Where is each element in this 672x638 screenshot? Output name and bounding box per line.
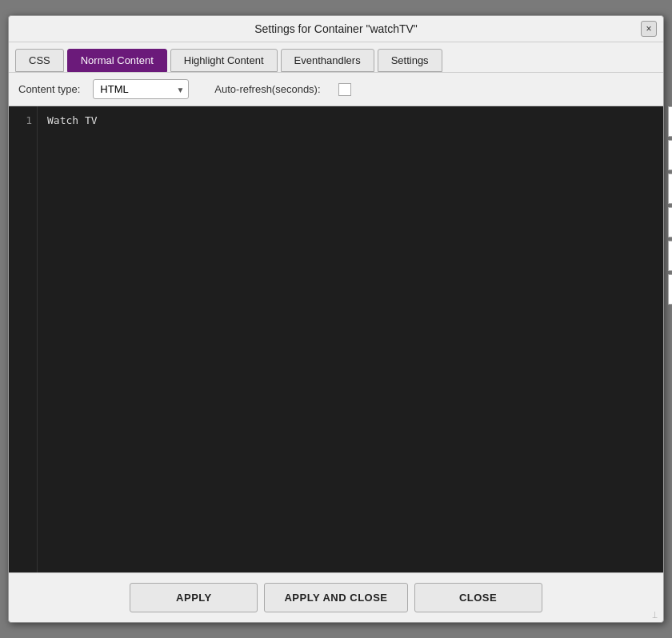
toolbar: Content type: HTML Text JavaScript ▼ Aut…: [9, 73, 663, 106]
flag-sidebar: 🌐 🇬🇧 🇳🇴 🇫🇮 🇫🇷 🇩🇪: [668, 106, 672, 305]
modal-close-button[interactable]: ×: [641, 21, 657, 37]
tab-eventhandlers[interactable]: Eventhandlers: [281, 49, 374, 72]
tab-normal-content[interactable]: Normal Content: [67, 49, 167, 72]
content-type-select[interactable]: HTML Text JavaScript: [93, 79, 189, 99]
auto-refresh-checkbox[interactable]: [338, 83, 351, 96]
content-type-label: Content type:: [18, 83, 80, 95]
flag-germany[interactable]: 🇩🇪: [668, 274, 672, 305]
auto-refresh-label: Auto-refresh(seconds):: [214, 83, 320, 95]
line-numbers: 1: [9, 106, 38, 572]
flag-norway[interactable]: 🇳🇴: [668, 173, 672, 204]
tab-css[interactable]: CSS: [15, 49, 64, 72]
line-number-1: 1: [14, 113, 32, 129]
flag-un[interactable]: 🌐: [668, 106, 672, 137]
modal-title: Settings for Container "watchTV": [254, 22, 418, 35]
code-editor[interactable]: Watch TV: [38, 106, 663, 572]
close-button[interactable]: CLOSE: [414, 583, 542, 612]
resize-handle[interactable]: ⟘: [652, 611, 662, 620]
settings-modal: Settings for Container "watchTV" × CSS N…: [8, 15, 664, 623]
editor-area: 1 Watch TV 🌐 🇬🇧 🇳🇴 🇫🇮 🇫🇷 🇩🇪: [9, 106, 663, 572]
apply-close-button[interactable]: APPLY AND CLOSE: [264, 583, 407, 612]
apply-button[interactable]: APPLY: [130, 583, 258, 612]
content-type-wrapper: HTML Text JavaScript ▼: [93, 79, 189, 99]
tab-bar: CSS Normal Content Highlight Content Eve…: [9, 42, 663, 73]
tab-highlight-content[interactable]: Highlight Content: [170, 49, 278, 72]
modal-titlebar: Settings for Container "watchTV" ×: [9, 16, 663, 42]
modal-footer: APPLY APPLY AND CLOSE CLOSE: [9, 572, 663, 622]
flag-france[interactable]: 🇫🇷: [668, 241, 672, 271]
flag-finland[interactable]: 🇫🇮: [668, 207, 672, 237]
modal-overlay: Settings for Container "watchTV" × CSS N…: [0, 0, 672, 638]
tab-settings[interactable]: Settings: [378, 49, 442, 72]
flag-uk[interactable]: 🇬🇧: [668, 140, 672, 170]
